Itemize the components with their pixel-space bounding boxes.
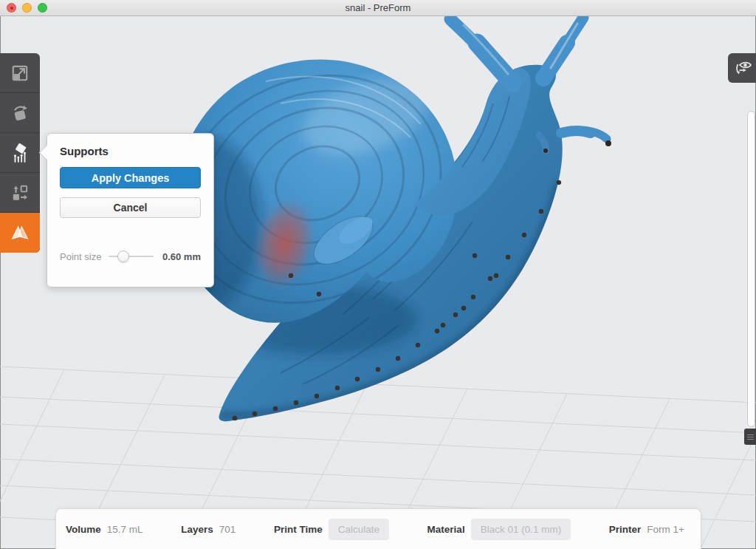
toolbar bbox=[0, 53, 40, 253]
point-size-row: Point size 0.60 mm bbox=[60, 250, 201, 262]
point-size-thumb[interactable] bbox=[117, 250, 129, 262]
material-label: Material bbox=[427, 524, 465, 535]
print-time-stat: Print Time Calculate bbox=[274, 519, 389, 540]
layer-slider-handle[interactable] bbox=[744, 429, 756, 445]
print-tool-button[interactable] bbox=[0, 213, 40, 253]
supports-panel-title: Supports bbox=[60, 145, 201, 157]
layers-label: Layers bbox=[181, 524, 213, 535]
volume-value: 15.7 mL bbox=[107, 524, 143, 535]
print-time-label: Print Time bbox=[274, 524, 323, 535]
window-title: snail - PreForm bbox=[0, 2, 756, 13]
supports-panel: Supports Apply Changes Cancel Point size… bbox=[47, 133, 214, 287]
printer-label: Printer bbox=[609, 524, 642, 535]
status-bar: Volume 15.7 mL Layers 701 Print Time Cal… bbox=[55, 508, 701, 549]
printer-stat: Printer Form 1+ bbox=[609, 524, 684, 535]
layers-stat: Layers 701 bbox=[181, 524, 236, 535]
eye-rotate-icon bbox=[732, 58, 752, 78]
view-rotate-button[interactable] bbox=[728, 53, 756, 83]
zoom-button[interactable] bbox=[38, 3, 47, 13]
preform-window: snail - PreForm bbox=[0, 0, 756, 549]
layers-value: 701 bbox=[219, 524, 236, 535]
close-button[interactable] bbox=[7, 3, 16, 13]
formlabs-butterfly-icon bbox=[10, 222, 30, 243]
orient-tool-button[interactable] bbox=[0, 93, 40, 133]
layout-icon bbox=[10, 183, 30, 202]
calculate-button[interactable]: Calculate bbox=[329, 519, 389, 540]
orient-rotate-icon bbox=[10, 103, 30, 123]
titlebar: snail - PreForm bbox=[0, 0, 756, 16]
material-button[interactable]: Black 01 (0.1 mm) bbox=[471, 519, 571, 540]
layer-slider-track[interactable] bbox=[747, 111, 755, 427]
supports-icon bbox=[10, 143, 30, 163]
layout-tool-button[interactable] bbox=[0, 173, 40, 213]
minimize-button[interactable] bbox=[22, 3, 32, 13]
point-size-label: Point size bbox=[60, 251, 101, 262]
cancel-button[interactable]: Cancel bbox=[60, 197, 201, 218]
volume-stat: Volume 15.7 mL bbox=[66, 524, 143, 535]
point-size-track[interactable] bbox=[109, 256, 154, 257]
scale-icon bbox=[10, 64, 30, 83]
apply-changes-button[interactable]: Apply Changes bbox=[60, 167, 201, 188]
supports-tool-button[interactable] bbox=[0, 133, 40, 173]
point-size-value: 0.60 mm bbox=[162, 251, 201, 262]
volume-label: Volume bbox=[66, 524, 101, 535]
scale-tool-button[interactable] bbox=[0, 53, 40, 93]
snail-3d-model bbox=[145, 18, 611, 421]
material-stat: Material Black 01 (0.1 mm) bbox=[427, 519, 571, 540]
printer-value: Form 1+ bbox=[647, 524, 684, 535]
point-size-slider[interactable] bbox=[109, 250, 154, 262]
